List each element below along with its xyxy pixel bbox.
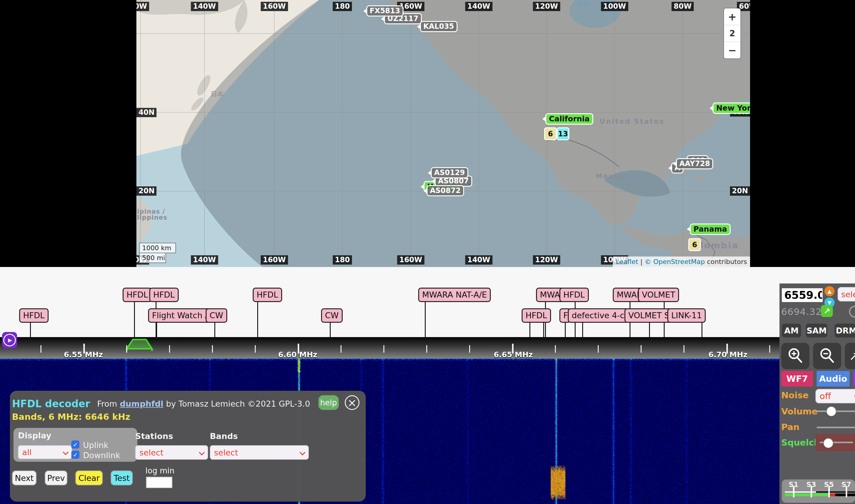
band-label-hfdl[interactable]: HFDL [559, 288, 589, 302]
grid-label: 0W [137, 2, 149, 11]
stations-select[interactable]: select [135, 445, 208, 460]
magnifier-minus-icon [818, 347, 836, 365]
bands-label: Bands [210, 431, 238, 441]
close-icon[interactable]: × [345, 395, 359, 410]
passband-marker[interactable] [124, 337, 156, 352]
band-label-hfdl[interactable]: HFDL [253, 288, 282, 302]
magnifier-plus-icon [786, 347, 805, 365]
band-label-link11[interactable]: LINK-11 [667, 308, 706, 323]
uplink-checkbox[interactable]: ✓ [71, 440, 79, 449]
display-select-value: all [22, 448, 32, 457]
log-min-input[interactable] [146, 477, 172, 488]
wf7-button[interactable]: WF7 [781, 371, 813, 386]
extra-button-sliver[interactable] [853, 371, 855, 386]
play-icon: ▶ [8, 337, 12, 343]
test-button[interactable]: Test [111, 470, 133, 485]
aircraft-label[interactable]: AS0129 [431, 167, 468, 178]
band-label-cw[interactable]: CW [206, 308, 227, 323]
volume-slider-thumb[interactable] [826, 406, 836, 416]
squelch-slider-thumb[interactable] [823, 438, 833, 448]
openstreetmap-link[interactable]: © OpenStreetMap [644, 258, 705, 266]
external-link-icon[interactable]: ↗ [821, 305, 833, 317]
station-label-panama[interactable]: Panama [690, 223, 731, 235]
aircraft-label[interactable]: KAL035 [420, 21, 458, 32]
map-scale-km: 1000 km [139, 243, 176, 253]
bands-select[interactable]: select [210, 445, 309, 460]
downlink-checkbox[interactable]: ✓ [71, 451, 79, 459]
grid-label: 140W [465, 2, 493, 11]
credit-prefix: From [97, 399, 120, 409]
count-badge-yellow[interactable]: 6 [544, 127, 557, 140]
uplink-label: Uplink [83, 440, 108, 450]
frequency-up-icon[interactable]: ▲ [824, 286, 835, 296]
band-label-volmet[interactable]: VOLMET [638, 288, 679, 302]
memory-select-value: select [841, 290, 855, 299]
display-select[interactable]: all [18, 445, 72, 459]
band-line [701, 322, 702, 337]
scale-tick [426, 345, 427, 353]
frequency-input[interactable] [782, 288, 823, 302]
station-label-new-york[interactable]: New York [713, 103, 750, 114]
decoder-title: HFDL decoder [12, 398, 90, 410]
scale-tick [341, 345, 341, 353]
scale-tick [641, 345, 642, 353]
dumphfdl-link[interactable]: dumphfdl [120, 399, 163, 409]
map-scale-mi: 500 mi [139, 253, 166, 263]
noise-select[interactable]: off [816, 389, 855, 403]
bands-select-value: select [214, 448, 238, 457]
grid-label: 40N [137, 108, 157, 117]
prev-button[interactable]: Prev [44, 470, 68, 485]
aircraft-label[interactable]: AS0872 [427, 185, 464, 196]
frequency-scale[interactable]: 6.55 MHz 6.60 MHz 6.65 MHz 6.70 MHz [0, 337, 780, 360]
aircraft-map[interactable]: United States México 日本 Bay olombia ipin… [137, 0, 750, 267]
zoom-max-button[interactable]: ↗ [845, 343, 855, 369]
zoom-out-magnifier-button[interactable] [813, 343, 841, 369]
band-label-hfdl[interactable]: HFDL [522, 308, 551, 323]
band-label-defective[interactable]: defective 4-chan [568, 308, 629, 323]
s-meter-tick [793, 486, 795, 498]
aircraft-label[interactable]: AAY728 [676, 158, 713, 169]
grid-label: 160W [261, 255, 288, 265]
help-button[interactable]: help [318, 395, 339, 410]
band-label-mwara-nat[interactable]: MWARA NAT-A/E [418, 288, 491, 302]
zoom-out-button[interactable]: − [724, 42, 741, 58]
pan-slider[interactable] [817, 427, 855, 428]
mode-drm-button[interactable]: DRM [835, 324, 855, 337]
decoder-bands-info: Bands, 6 MHz: 6646 kHz [12, 412, 130, 422]
band-label-cw[interactable]: CW [321, 308, 343, 323]
grid-label: 20N [730, 186, 750, 196]
scale-tick [212, 345, 213, 353]
grid-label: 140W [191, 2, 218, 11]
count-badge-yellow[interactable]: 6 [688, 238, 701, 251]
clear-button[interactable]: Clear [75, 470, 103, 485]
zoom-in-magnifier-button[interactable] [781, 343, 809, 369]
band-label-hfdl[interactable]: HFDL [123, 288, 152, 302]
band-label-volmet-syd[interactable]: VOLMET Syd [624, 308, 672, 323]
band-label-hfdl[interactable]: HFDL [149, 288, 179, 302]
band-label-hfdl[interactable]: HFDL [19, 308, 49, 323]
s-meter-bar-red [829, 493, 835, 496]
band-line [582, 322, 583, 337]
mode-am-button[interactable]: AM [782, 324, 801, 337]
mode-sam-button[interactable]: SAM [806, 324, 827, 337]
station-label-california[interactable]: California [545, 113, 593, 125]
dial-icon[interactable] [849, 306, 855, 318]
zoom-in-button[interactable]: + [724, 8, 741, 25]
secondary-frequency: 6694.32 [781, 306, 822, 317]
leaflet-link[interactable]: Leaflet [616, 258, 638, 266]
band-line [156, 322, 157, 337]
count-badge-cyan[interactable]: 13 [557, 127, 569, 140]
chevron-down-icon [199, 449, 205, 455]
aircraft-label[interactable]: FX5813 [366, 5, 404, 17]
scale-tick [169, 345, 170, 353]
next-button[interactable]: Next [12, 470, 37, 485]
grid-label: 140W [191, 255, 218, 265]
audio-button[interactable]: Audio [817, 371, 850, 386]
band-line [425, 301, 426, 337]
scale-tick [40, 345, 41, 353]
noise-label: Noise [781, 390, 808, 400]
memory-select[interactable]: select [838, 287, 855, 302]
play-button[interactable]: ▶ [2, 332, 17, 348]
display-group: Display all ✓ Uplink ✓ Downlink [14, 428, 137, 462]
band-label-flight-watch[interactable]: Flight Watch AUS [148, 308, 211, 323]
